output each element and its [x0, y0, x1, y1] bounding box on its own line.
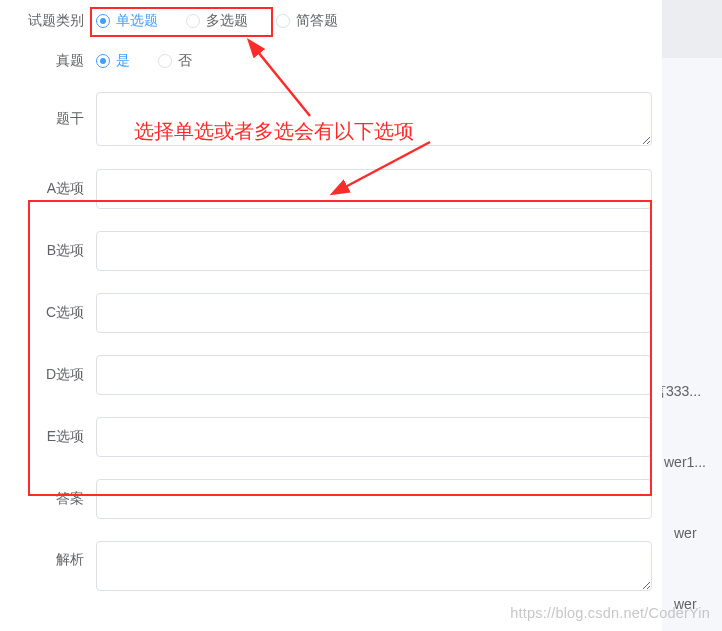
radio-real-yes[interactable]: 是: [96, 52, 130, 70]
options-block: A选项 B选项 C选项 D选项 E选项: [10, 169, 652, 457]
option-d-input[interactable]: [96, 355, 652, 395]
option-c-input[interactable]: [96, 293, 652, 333]
option-e-control: [96, 417, 652, 457]
option-e-input[interactable]: [96, 417, 652, 457]
label-option-e: E选项: [10, 428, 96, 446]
label-option-d: D选项: [10, 366, 96, 384]
answer-input[interactable]: [96, 479, 652, 519]
radio-circle-icon: [96, 14, 110, 28]
row-option-d: D选项: [10, 355, 652, 395]
radio-real-no[interactable]: 否: [158, 52, 192, 70]
row-analysis: 解析: [10, 541, 652, 594]
row-question-type: 试题类别 单选题 多选题 简答题: [10, 12, 652, 30]
label-real-exam: 真题: [10, 52, 96, 70]
option-a-control: [96, 169, 652, 209]
radio-circle-icon: [96, 54, 110, 68]
radio-circle-icon: [158, 54, 172, 68]
radio-short-answer[interactable]: 简答题: [276, 12, 338, 30]
radio-multi-choice[interactable]: 多选题: [186, 12, 248, 30]
label-option-b: B选项: [10, 242, 96, 260]
radio-circle-icon: [276, 14, 290, 28]
option-c-control: [96, 293, 652, 333]
radio-group-real-exam: 是 否: [96, 52, 652, 70]
label-option-c: C选项: [10, 304, 96, 322]
radio-circle-icon: [186, 14, 200, 28]
label-option-a: A选项: [10, 180, 96, 198]
analysis-textarea[interactable]: [96, 541, 652, 591]
option-d-control: [96, 355, 652, 395]
answer-control: [96, 479, 652, 519]
background-panel: 言333... wer1... wer wer: [662, 0, 722, 631]
option-b-control: [96, 231, 652, 271]
form-panel: 试题类别 单选题 多选题 简答题 真题 是 否: [0, 0, 662, 604]
row-option-c: C选项: [10, 293, 652, 333]
radio-label-yes: 是: [116, 52, 130, 70]
row-option-b: B选项: [10, 231, 652, 271]
option-a-input[interactable]: [96, 169, 652, 209]
radio-single-choice[interactable]: 单选题: [96, 12, 158, 30]
radio-label-short: 简答题: [296, 12, 338, 30]
option-b-input[interactable]: [96, 231, 652, 271]
radio-label-multi: 多选题: [206, 12, 248, 30]
bg-item-2: wer1...: [664, 454, 706, 470]
radio-dot-icon: [100, 58, 106, 64]
radio-label-single: 单选题: [116, 12, 158, 30]
watermark-text: https://blog.csdn.net/CoderYin: [510, 605, 710, 621]
row-stem: 题干: [10, 92, 652, 149]
stem-textarea[interactable]: [96, 92, 652, 146]
row-option-a: A选项: [10, 169, 652, 209]
label-stem: 题干: [10, 92, 96, 128]
radio-group-question-type: 单选题 多选题 简答题: [96, 12, 652, 30]
label-analysis: 解析: [10, 541, 96, 569]
row-answer: 答案: [10, 479, 652, 519]
analysis-control: [96, 541, 652, 594]
bg-item-3: wer: [674, 525, 697, 541]
background-header: [662, 0, 722, 58]
label-question-type: 试题类别: [10, 12, 96, 30]
label-answer: 答案: [10, 490, 96, 508]
radio-dot-icon: [100, 18, 106, 24]
row-real-exam: 真题 是 否: [10, 52, 652, 70]
row-option-e: E选项: [10, 417, 652, 457]
radio-label-no: 否: [178, 52, 192, 70]
stem-control: [96, 92, 652, 149]
